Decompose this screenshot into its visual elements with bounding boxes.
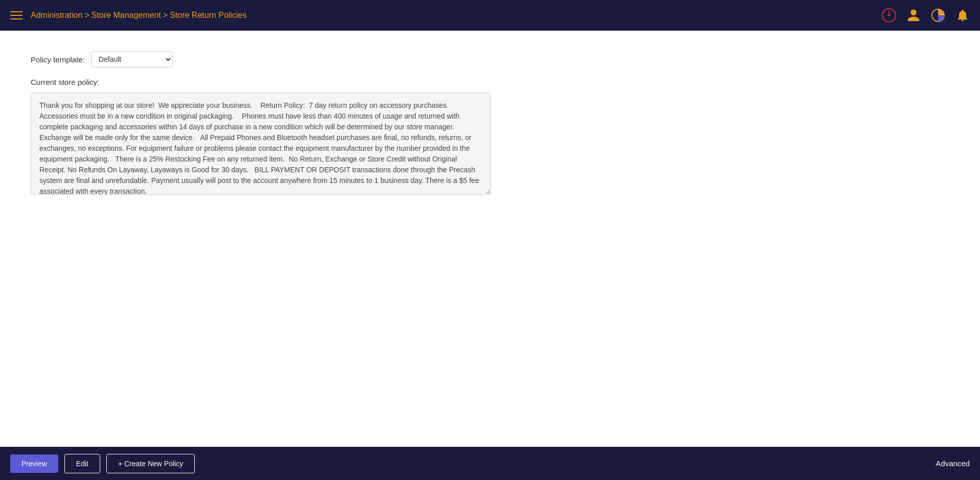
advanced-button[interactable]: Advanced	[936, 459, 970, 468]
breadcrumb-store-management[interactable]: Store Management	[92, 11, 161, 20]
policy-textarea[interactable]	[31, 93, 491, 195]
preview-button[interactable]: Preview	[10, 454, 58, 473]
menu-icon[interactable]	[10, 11, 22, 19]
main-content: Policy template: Default Custom Standard…	[0, 31, 980, 447]
footer-bar: Preview Edit + Create New Policy Advance…	[0, 447, 980, 480]
breadcrumb-current: Store Return Policies	[170, 11, 246, 20]
breadcrumb-separator-1: >	[84, 11, 89, 20]
navbar-left: Administration > Store Management > Stor…	[10, 11, 246, 20]
policy-template-label: Policy template:	[31, 55, 85, 64]
breadcrumb-administration[interactable]: Administration	[31, 11, 82, 20]
breadcrumb: Administration > Store Management > Stor…	[31, 11, 246, 20]
create-new-policy-button[interactable]: + Create New Policy	[106, 454, 195, 473]
breadcrumb-separator-2: >	[163, 11, 168, 20]
user-icon[interactable]	[906, 8, 921, 22]
clock-icon[interactable]	[882, 8, 896, 22]
policy-template-row: Policy template: Default Custom Standard	[31, 51, 949, 67]
footer-left: Preview Edit + Create New Policy	[10, 454, 195, 473]
policy-template-select[interactable]: Default Custom Standard	[91, 51, 173, 67]
footer-right: Advanced	[936, 459, 970, 468]
edit-button[interactable]: Edit	[64, 454, 100, 473]
current-policy-label: Current store policy:	[31, 78, 949, 86]
bell-icon[interactable]	[955, 8, 970, 22]
chart-icon[interactable]	[931, 8, 945, 22]
navbar-right	[882, 8, 970, 22]
navbar: Administration > Store Management > Stor…	[0, 0, 980, 31]
